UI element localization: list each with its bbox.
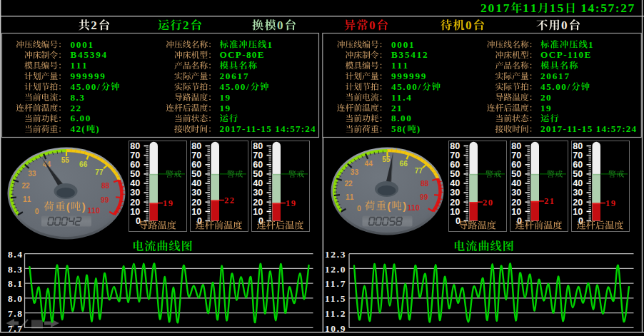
svg-text:55: 55 (382, 156, 391, 163)
svg-text:): ) (417, 123, 421, 134)
svg-text:0: 0 (561, 19, 568, 32)
svg-text:0001: 0001 (71, 39, 94, 50)
svg-text:12.0: 12.0 (325, 264, 346, 275)
svg-text:8.3: 8.3 (8, 264, 23, 275)
svg-text:(: ( (387, 200, 391, 212)
svg-text:22: 22 (224, 195, 234, 205)
svg-text:42(: 42( (71, 123, 86, 134)
svg-text:8.00: 8.00 (391, 113, 412, 123)
svg-text:): ) (82, 200, 86, 213)
svg-text:58(: 58( (391, 123, 406, 134)
svg-text:1: 1 (588, 39, 594, 50)
svg-text:0: 0 (277, 19, 284, 32)
svg-text:14:57:24: 14:57:24 (275, 123, 316, 134)
svg-text:15: 15 (550, 1, 564, 15)
svg-text:8.3: 8.3 (71, 92, 86, 103)
svg-text:110: 110 (88, 207, 101, 215)
svg-text:66: 66 (400, 160, 408, 168)
svg-text:19: 19 (220, 92, 231, 103)
svg-text:11: 11 (23, 195, 31, 203)
svg-text:8.1: 8.1 (8, 278, 23, 289)
svg-text:66: 66 (79, 161, 88, 168)
svg-text:45.00/: 45.00/ (220, 81, 250, 92)
svg-text:B35412: B35412 (391, 49, 428, 60)
svg-text:110: 110 (407, 204, 420, 212)
svg-text:14:57:27: 14:57:27 (580, 1, 635, 15)
svg-text:11.7: 11.7 (325, 278, 346, 289)
svg-text:11.4: 11.4 (391, 92, 412, 103)
svg-text:(: ( (66, 200, 71, 213)
svg-text:22: 22 (344, 180, 353, 188)
svg-text:12.3: 12.3 (325, 249, 346, 260)
svg-text:19: 19 (220, 103, 231, 113)
svg-text:20: 20 (540, 92, 552, 103)
svg-text:33: 33 (28, 170, 36, 178)
svg-text:7.8: 7.8 (8, 308, 23, 319)
svg-text:19: 19 (163, 198, 173, 208)
svg-text:88: 88 (421, 180, 429, 188)
svg-text:1: 1 (268, 39, 273, 50)
svg-text:55: 55 (61, 156, 70, 164)
svg-text:77: 77 (95, 168, 104, 176)
svg-text:): ) (403, 200, 407, 212)
svg-text:111: 111 (71, 60, 88, 71)
svg-text:0: 0 (369, 19, 376, 32)
svg-text:21: 21 (391, 103, 403, 113)
svg-text:): ) (96, 123, 100, 134)
svg-text:6.00: 6.00 (71, 113, 91, 123)
svg-text:11.2: 11.2 (325, 308, 346, 319)
svg-text:0: 0 (466, 19, 473, 32)
svg-text:8.0: 8.0 (8, 293, 23, 304)
svg-text:20617: 20617 (220, 71, 249, 81)
svg-text:999999: 999999 (391, 71, 427, 81)
svg-text:20617: 20617 (540, 71, 570, 81)
svg-text:0: 0 (357, 205, 361, 213)
svg-text:22: 22 (21, 182, 30, 190)
svg-text:45.00/: 45.00/ (71, 81, 101, 92)
svg-text:0: 0 (35, 208, 39, 215)
svg-text:20: 20 (483, 198, 493, 208)
svg-text:21: 21 (544, 196, 554, 206)
svg-text:2: 2 (91, 19, 98, 32)
svg-text:OCP-110E: OCP-110E (540, 49, 592, 60)
svg-text:22: 22 (71, 103, 82, 113)
svg-text:33: 33 (351, 168, 359, 176)
svg-text:2017-11-15: 2017-11-15 (540, 123, 593, 134)
svg-text:11: 11 (523, 1, 537, 15)
svg-text:8.4: 8.4 (8, 249, 23, 260)
svg-text:2: 2 (183, 19, 190, 32)
svg-text:11.5: 11.5 (325, 293, 346, 304)
svg-text:44: 44 (365, 160, 373, 168)
svg-text:OCP-80E: OCP-80E (220, 49, 265, 60)
svg-text:99: 99 (101, 196, 109, 204)
svg-text:B45394: B45394 (71, 49, 108, 60)
svg-text:19: 19 (286, 198, 296, 208)
svg-text:11: 11 (346, 193, 354, 201)
svg-text:0001: 0001 (391, 39, 415, 50)
svg-text:77: 77 (415, 167, 423, 175)
svg-text:14:57:24: 14:57:24 (596, 123, 637, 134)
svg-text:88: 88 (101, 182, 110, 190)
svg-text:99: 99 (420, 193, 428, 201)
svg-text:111: 111 (391, 60, 408, 71)
svg-text:19: 19 (605, 198, 615, 208)
svg-text:2017: 2017 (481, 1, 510, 15)
svg-text:45.00/: 45.00/ (540, 81, 570, 92)
svg-text:45.00/: 45.00/ (391, 81, 421, 92)
svg-text:7.7: 7.7 (8, 323, 23, 334)
svg-text:10.9: 10.9 (325, 323, 346, 334)
svg-text:2017-11-15: 2017-11-15 (220, 123, 272, 134)
svg-text:999999: 999999 (71, 71, 106, 81)
svg-text:19: 19 (540, 103, 552, 113)
